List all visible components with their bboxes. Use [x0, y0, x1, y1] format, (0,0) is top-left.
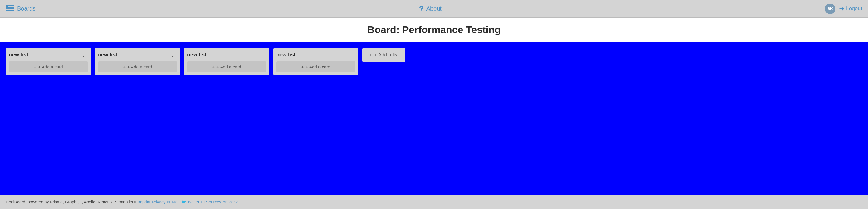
list-title: new list [98, 52, 117, 58]
list-header: new list ⋮ [9, 51, 88, 59]
mail-icon: ✉ [167, 200, 170, 204]
boards-icon [6, 5, 14, 12]
list-card: new list ⋮ + + Add a card [6, 48, 91, 75]
add-list-icon: + [369, 52, 372, 58]
add-card-label: + Add a card [216, 64, 241, 69]
navbar-center: ? About [35, 4, 825, 13]
footer-sources-link[interactable]: ⚙ Sources [201, 200, 221, 204]
twitter-icon: 🐦 [181, 200, 186, 204]
logout-icon: ➜ [839, 5, 844, 12]
avatar: SK [825, 3, 835, 14]
navbar: Boards ? About SK ➜ Logout [0, 0, 868, 18]
footer-imprint-link[interactable]: Imprint [138, 200, 150, 204]
add-card-button[interactable]: + + Add a card [276, 62, 355, 72]
list-menu-button[interactable]: ⋮ [168, 51, 177, 59]
footer-mail-link[interactable]: ✉ Mail [167, 200, 180, 204]
list-header: new list ⋮ [98, 51, 177, 59]
about-icon: ? [419, 4, 424, 13]
boards-label: Boards [17, 5, 35, 12]
sources-icon: ⚙ [201, 200, 205, 204]
list-menu-button[interactable]: ⋮ [257, 51, 266, 59]
footer-twitter-link[interactable]: 🐦 Twitter [181, 200, 199, 204]
list-title: new list [9, 52, 28, 58]
list-menu-button[interactable]: ⋮ [347, 51, 355, 59]
list-title: new list [276, 52, 296, 58]
svg-rect-4 [6, 5, 14, 6]
list-menu-button[interactable]: ⋮ [79, 51, 88, 59]
sources-label: Sources [206, 200, 221, 204]
boards-nav[interactable]: Boards [6, 5, 35, 12]
mail-label: Mail [172, 200, 180, 204]
add-card-button[interactable]: + + Add a card [98, 62, 177, 72]
twitter-label: Twitter [187, 200, 199, 204]
svg-rect-1 [6, 7, 14, 8]
logout-label: Logout [846, 6, 862, 12]
list-card: new list ⋮ + + Add a card [95, 48, 180, 75]
add-card-label: + Add a card [38, 64, 63, 69]
add-card-icon: + [123, 64, 125, 69]
navbar-right: SK ➜ Logout [825, 3, 862, 14]
add-list-button[interactable]: + + Add a list [363, 48, 405, 62]
add-list-label: + Add a list [374, 52, 399, 58]
board-title: Board: Performance Testing [0, 24, 868, 35]
footer-static-text: CoolBoard, powered by Prisma, GraphQL, A… [6, 200, 136, 204]
svg-rect-2 [6, 8, 14, 9]
add-card-button[interactable]: + + Add a card [9, 62, 88, 72]
board-area: new list ⋮ + + Add a card new list ⋮ + +… [0, 42, 868, 195]
logout-button[interactable]: ➜ Logout [839, 5, 862, 12]
add-card-label: + Add a card [306, 64, 331, 69]
list-header: new list ⋮ [276, 51, 355, 59]
about-label: About [426, 5, 442, 12]
footer-privacy-link[interactable]: Privacy [152, 200, 165, 204]
list-title: new list [187, 52, 207, 58]
footer-packt-link[interactable]: on Packt [223, 200, 239, 204]
list-card: new list ⋮ + + Add a card [184, 48, 269, 75]
add-card-icon: + [34, 64, 36, 69]
add-card-button[interactable]: + + Add a card [187, 62, 266, 72]
list-card: new list ⋮ + + Add a card [273, 48, 358, 75]
add-card-icon: + [212, 64, 215, 69]
add-card-label: + Add a card [127, 64, 152, 69]
board-header: Board: Performance Testing [0, 18, 868, 42]
svg-rect-3 [6, 10, 14, 11]
footer: CoolBoard, powered by Prisma, GraphQL, A… [0, 195, 868, 209]
list-header: new list ⋮ [187, 51, 266, 59]
add-card-icon: + [301, 64, 304, 69]
